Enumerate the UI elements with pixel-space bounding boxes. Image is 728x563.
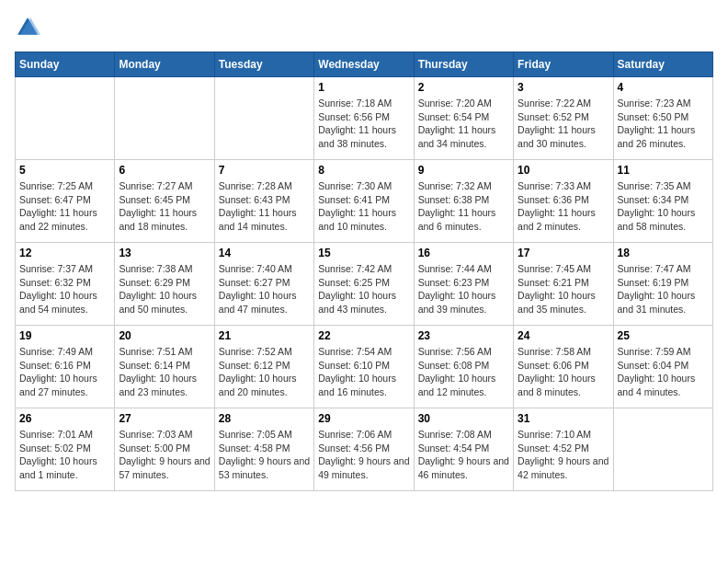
day-number: 7	[219, 164, 310, 177]
day-content: Sunrise: 7:35 AM Sunset: 6:34 PM Dayligh…	[618, 179, 709, 234]
day-content: Sunrise: 7:06 AM Sunset: 4:56 PM Dayligh…	[318, 428, 409, 482]
day-number: 25	[618, 329, 709, 342]
day-number: 9	[418, 164, 509, 177]
calendar-cell: 25Sunrise: 7:59 AM Sunset: 6:04 PM Dayli…	[613, 326, 712, 408]
day-content: Sunrise: 7:40 AM Sunset: 6:27 PM Dayligh…	[219, 262, 310, 316]
day-content: Sunrise: 7:08 AM Sunset: 4:54 PM Dayligh…	[418, 428, 509, 482]
calendar-cell: 16Sunrise: 7:44 AM Sunset: 6:23 PM Dayli…	[414, 243, 513, 326]
calendar-cell	[613, 408, 712, 491]
calendar-cell: 30Sunrise: 7:08 AM Sunset: 4:54 PM Dayli…	[414, 408, 513, 491]
day-number: 13	[119, 247, 210, 259]
calendar-cell: 3Sunrise: 7:22 AM Sunset: 6:52 PM Daylig…	[514, 77, 613, 160]
logo-icon	[15, 15, 40, 40]
day-number: 27	[119, 412, 210, 425]
day-content: Sunrise: 7:38 AM Sunset: 6:29 PM Dayligh…	[119, 262, 210, 316]
day-content: Sunrise: 7:42 AM Sunset: 6:25 PM Dayligh…	[318, 262, 409, 316]
calendar-cell: 9Sunrise: 7:32 AM Sunset: 6:38 PM Daylig…	[414, 160, 513, 243]
calendar-cell: 10Sunrise: 7:33 AM Sunset: 6:36 PM Dayli…	[514, 160, 613, 243]
day-content: Sunrise: 7:54 AM Sunset: 6:10 PM Dayligh…	[318, 345, 409, 399]
day-number: 16	[418, 247, 509, 259]
calendar-cell: 11Sunrise: 7:35 AM Sunset: 6:34 PM Dayli…	[613, 160, 712, 243]
logo	[15, 15, 44, 40]
day-content: Sunrise: 7:30 AM Sunset: 6:41 PM Dayligh…	[318, 179, 409, 234]
week-row-1: 1Sunrise: 7:18 AM Sunset: 6:56 PM Daylig…	[16, 77, 713, 160]
day-content: Sunrise: 7:03 AM Sunset: 5:00 PM Dayligh…	[119, 428, 210, 482]
calendar-cell: 20Sunrise: 7:51 AM Sunset: 6:14 PM Dayli…	[115, 326, 214, 408]
day-content: Sunrise: 7:47 AM Sunset: 6:19 PM Dayligh…	[618, 262, 709, 316]
calendar-cell: 5Sunrise: 7:25 AM Sunset: 6:47 PM Daylig…	[16, 160, 115, 243]
day-number: 11	[618, 164, 709, 177]
day-content: Sunrise: 7:51 AM Sunset: 6:14 PM Dayligh…	[119, 345, 210, 399]
calendar-cell: 8Sunrise: 7:30 AM Sunset: 6:41 PM Daylig…	[314, 160, 414, 243]
calendar-cell: 31Sunrise: 7:10 AM Sunset: 4:52 PM Dayli…	[514, 408, 613, 491]
day-content: Sunrise: 7:27 AM Sunset: 6:45 PM Dayligh…	[119, 179, 210, 234]
header-day-monday: Monday	[115, 52, 214, 77]
day-content: Sunrise: 7:45 AM Sunset: 6:21 PM Dayligh…	[518, 262, 609, 316]
header-day-friday: Friday	[514, 52, 613, 77]
day-content: Sunrise: 7:25 AM Sunset: 6:47 PM Dayligh…	[19, 179, 110, 234]
day-number: 29	[318, 412, 409, 425]
day-number: 12	[19, 247, 110, 259]
calendar-cell: 17Sunrise: 7:45 AM Sunset: 6:21 PM Dayli…	[514, 243, 613, 326]
day-content: Sunrise: 7:52 AM Sunset: 6:12 PM Dayligh…	[219, 345, 310, 399]
calendar-cell: 1Sunrise: 7:18 AM Sunset: 6:56 PM Daylig…	[314, 77, 414, 160]
week-row-3: 12Sunrise: 7:37 AM Sunset: 6:32 PM Dayli…	[16, 243, 713, 326]
header-row: SundayMondayTuesdayWednesdayThursdayFrid…	[16, 52, 713, 77]
day-number: 22	[318, 329, 409, 342]
calendar-cell: 14Sunrise: 7:40 AM Sunset: 6:27 PM Dayli…	[214, 243, 313, 326]
day-content: Sunrise: 7:01 AM Sunset: 5:02 PM Dayligh…	[19, 428, 110, 482]
day-number: 19	[19, 329, 110, 342]
calendar-cell: 7Sunrise: 7:28 AM Sunset: 6:43 PM Daylig…	[214, 160, 313, 243]
calendar-cell: 18Sunrise: 7:47 AM Sunset: 6:19 PM Dayli…	[613, 243, 712, 326]
calendar-cell	[16, 77, 115, 160]
day-number: 3	[518, 81, 609, 94]
day-number: 23	[418, 329, 509, 342]
header-day-wednesday: Wednesday	[314, 52, 414, 77]
day-content: Sunrise: 7:32 AM Sunset: 6:38 PM Dayligh…	[418, 179, 509, 234]
day-number: 18	[618, 247, 709, 259]
day-number: 10	[518, 164, 609, 177]
calendar-cell	[115, 77, 214, 160]
day-content: Sunrise: 7:58 AM Sunset: 6:06 PM Dayligh…	[518, 345, 609, 399]
day-number: 5	[19, 164, 110, 177]
calendar-cell: 24Sunrise: 7:58 AM Sunset: 6:06 PM Dayli…	[514, 326, 613, 408]
calendar-cell: 26Sunrise: 7:01 AM Sunset: 5:02 PM Dayli…	[16, 408, 115, 491]
header-day-tuesday: Tuesday	[214, 52, 313, 77]
day-content: Sunrise: 7:44 AM Sunset: 6:23 PM Dayligh…	[418, 262, 509, 316]
day-number: 28	[219, 412, 310, 425]
day-number: 8	[318, 164, 409, 177]
day-content: Sunrise: 7:59 AM Sunset: 6:04 PM Dayligh…	[618, 345, 709, 399]
calendar-cell: 19Sunrise: 7:49 AM Sunset: 6:16 PM Dayli…	[16, 326, 115, 408]
header-day-saturday: Saturday	[613, 52, 712, 77]
calendar-cell: 15Sunrise: 7:42 AM Sunset: 6:25 PM Dayli…	[314, 243, 414, 326]
day-number: 20	[119, 329, 210, 342]
day-number: 26	[19, 412, 110, 425]
day-number: 14	[219, 247, 310, 259]
day-number: 30	[418, 412, 509, 425]
day-content: Sunrise: 7:28 AM Sunset: 6:43 PM Dayligh…	[219, 179, 310, 234]
week-row-4: 19Sunrise: 7:49 AM Sunset: 6:16 PM Dayli…	[16, 326, 713, 408]
day-content: Sunrise: 7:05 AM Sunset: 4:58 PM Dayligh…	[219, 428, 310, 482]
calendar-cell: 4Sunrise: 7:23 AM Sunset: 6:50 PM Daylig…	[613, 77, 712, 160]
calendar-header: SundayMondayTuesdayWednesdayThursdayFrid…	[16, 52, 713, 77]
calendar-table: SundayMondayTuesdayWednesdayThursdayFrid…	[15, 52, 713, 491]
day-content: Sunrise: 7:18 AM Sunset: 6:56 PM Dayligh…	[318, 97, 409, 151]
week-row-2: 5Sunrise: 7:25 AM Sunset: 6:47 PM Daylig…	[16, 160, 713, 243]
page-header	[15, 15, 713, 40]
day-content: Sunrise: 7:23 AM Sunset: 6:50 PM Dayligh…	[618, 97, 709, 151]
calendar-cell: 28Sunrise: 7:05 AM Sunset: 4:58 PM Dayli…	[214, 408, 313, 491]
day-number: 17	[518, 247, 609, 259]
day-number: 1	[318, 81, 409, 94]
day-content: Sunrise: 7:22 AM Sunset: 6:52 PM Dayligh…	[518, 97, 609, 151]
day-number: 2	[418, 81, 509, 94]
header-day-sunday: Sunday	[16, 52, 115, 77]
calendar-cell: 23Sunrise: 7:56 AM Sunset: 6:08 PM Dayli…	[414, 326, 513, 408]
calendar-cell: 6Sunrise: 7:27 AM Sunset: 6:45 PM Daylig…	[115, 160, 214, 243]
day-content: Sunrise: 7:33 AM Sunset: 6:36 PM Dayligh…	[518, 179, 609, 234]
day-number: 15	[318, 247, 409, 259]
day-content: Sunrise: 7:10 AM Sunset: 4:52 PM Dayligh…	[518, 428, 609, 482]
calendar-cell: 2Sunrise: 7:20 AM Sunset: 6:54 PM Daylig…	[414, 77, 513, 160]
calendar-cell: 12Sunrise: 7:37 AM Sunset: 6:32 PM Dayli…	[16, 243, 115, 326]
day-content: Sunrise: 7:20 AM Sunset: 6:54 PM Dayligh…	[418, 97, 509, 151]
day-content: Sunrise: 7:37 AM Sunset: 6:32 PM Dayligh…	[19, 262, 110, 316]
